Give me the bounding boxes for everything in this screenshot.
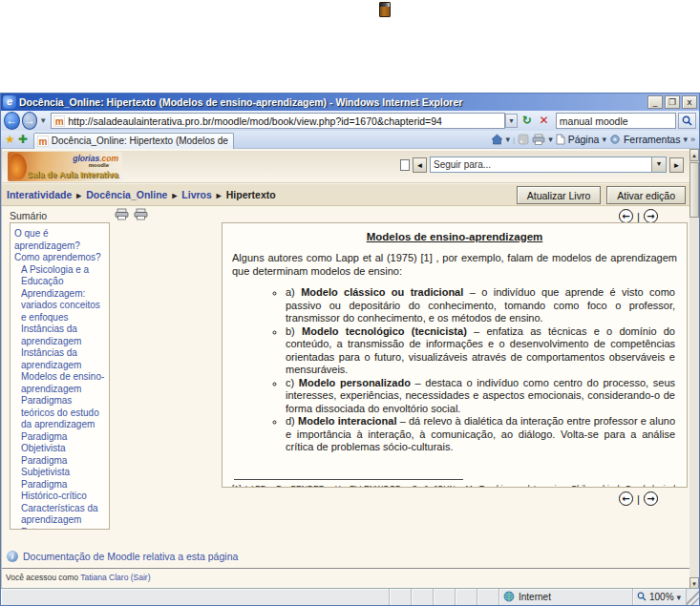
gear-icon[interactable] — [609, 134, 621, 145]
moodle-docs-link[interactable]: Documentação de Moodle relativa a esta p… — [23, 551, 238, 562]
stop-icon[interactable]: ✕ — [537, 113, 551, 129]
toc-item[interactable]: Paradigmas teóricos do estudo da aprendi… — [14, 395, 107, 431]
prev-chapter-icon[interactable]: ← — [619, 491, 633, 506]
forward-button[interactable]: → — [22, 112, 38, 130]
site-logo[interactable]: glorias.com moodle Sala de Aula Interati… — [8, 152, 122, 181]
feeds-icon[interactable] — [518, 134, 529, 145]
tab-title: Docência_Online: Hipertexto (Modelos de … — [52, 136, 230, 146]
logo-site-name: Sala de Aula Interativa — [27, 170, 118, 179]
select-dropdown-icon[interactable]: ▼ — [651, 157, 666, 172]
zoom-magnifier-icon — [637, 592, 647, 603]
update-book-button[interactable]: Atualizar Livro — [517, 186, 602, 204]
toc-item[interactable]: A Psicologia e a Educação — [14, 264, 107, 288]
breadcrumb-link-interatividade[interactable]: Interatividade — [7, 189, 72, 200]
model-name: Modelo interacional — [298, 415, 396, 427]
ie-icon: e — [3, 95, 16, 109]
zoom-dropdown-icon[interactable]: ▾ — [677, 593, 682, 602]
logout-link[interactable]: Tatiana Claro (Sair) — [80, 573, 150, 582]
tab-favicon: m — [37, 136, 49, 147]
model-item: b) Modelo tecnológico (tecnicista) – enf… — [286, 325, 677, 377]
breadcrumb-separator-icon: ► — [72, 191, 86, 200]
breadcrumb-link-livros[interactable]: Livros — [181, 189, 212, 200]
favorites-star-icon[interactable]: ★ — [5, 133, 15, 146]
breadcrumb-separator-icon: ► — [167, 191, 181, 200]
browser-window: e Docência_Online: Hipertexto (Modelos d… — [0, 93, 700, 606]
info-icon: i — [7, 551, 18, 562]
page-menu[interactable]: Página — [568, 134, 600, 145]
print-icon[interactable] — [532, 134, 545, 145]
search-button[interactable] — [678, 113, 696, 129]
scroll-up-icon[interactable]: ▲ — [689, 149, 699, 161]
toc-item[interactable]: O que é aprendizagem? Como aprendemos? — [14, 228, 107, 264]
toc-item[interactable]: Aprendizagem: variados conceitos e enfoq… — [14, 288, 107, 324]
home-dropdown-icon[interactable]: ▾ — [506, 135, 511, 144]
jump-prev-button[interactable]: ◄ — [413, 157, 427, 173]
url-field-wrap: m — [51, 113, 505, 129]
home-icon[interactable] — [491, 134, 503, 145]
jump-next-button[interactable]: ► — [669, 157, 684, 173]
active-tab[interactable]: m Docência_Online: Hipertexto (Modelos d… — [33, 133, 234, 149]
moodle-favicon: m — [53, 115, 65, 127]
breadcrumb-bar: Interatividade►Docência_Online►Livros►Hi… — [2, 183, 689, 206]
minimize-button[interactable]: _ — [647, 95, 663, 109]
chapter-title: Modelos de ensino-aprendizagem — [232, 231, 677, 242]
toc-item[interactable]: Paradigma Histórico-crítico — [14, 479, 107, 503]
history-dropdown-icon[interactable]: ▼ — [39, 116, 47, 125]
toc-heading: Sumário — [10, 210, 47, 221]
prev-chapter-icon[interactable]: ← — [619, 209, 633, 223]
model-name: Modelo clássico ou tradicional — [301, 286, 463, 298]
book-icon — [379, 2, 391, 17]
print-chapter-icon[interactable] — [134, 207, 148, 224]
add-favorite-icon[interactable]: ✚ — [18, 133, 28, 146]
chapter-nav-top: ← | → — [619, 209, 658, 223]
close-button[interactable]: x — [682, 95, 697, 109]
search-field-wrap — [556, 113, 676, 129]
vertical-scrollbar[interactable]: ▲ ▼ — [689, 149, 699, 590]
breadcrumb: Interatividade►Docência_Online►Livros►Hi… — [7, 189, 276, 200]
jump-to-value: Seguir para... — [431, 159, 651, 170]
logo-moodle: moodle — [89, 162, 109, 168]
zoom-control[interactable]: 100% ▾ — [633, 589, 687, 605]
refresh-icon[interactable]: ↻ — [520, 113, 535, 129]
zone-label: Internet — [519, 592, 551, 602]
toc-item[interactable]: Instâncias da aprendizagem — [14, 347, 107, 371]
toc-item[interactable]: Instâncias da aprendizagem — [14, 324, 107, 347]
tools-menu-dropdown-icon[interactable]: ▾ — [683, 135, 688, 144]
chapter-intro: Alguns autores como Lapp et al (1975) [1… — [232, 252, 677, 278]
next-chapter-icon[interactable]: → — [644, 491, 658, 506]
footnote: [1] LAPP , D., BENDER , H., ELLENWOOD , … — [232, 484, 677, 489]
print-tools — [115, 207, 148, 224]
print-dropdown-icon[interactable]: ▾ — [548, 135, 553, 144]
toc-item[interactable]: Paradigma Objetivista — [14, 431, 107, 455]
resize-grip[interactable] — [687, 589, 699, 605]
page-icon[interactable] — [556, 134, 565, 145]
moodle-page: glorias.com moodle Sala de Aula Interati… — [1, 149, 689, 590]
print-book-icon[interactable] — [115, 207, 129, 224]
toc-item[interactable]: Características da aprendizagem — [14, 503, 107, 527]
tabs-bar: ★ ✚ m Docência_Online: Hipertexto (Model… — [1, 131, 699, 149]
command-overflow-chevron[interactable]: » — [690, 135, 695, 144]
flame-figure-icon — [10, 154, 27, 179]
breadcrumb-link-docencia[interactable]: Docência_Online — [86, 189, 167, 200]
jump-to-controls: ◄ Seguir para... ▼ ► — [400, 157, 684, 173]
screenshot-canvas: e Docência_Online: Hipertexto (Modelos d… — [0, 0, 700, 606]
jump-to-select[interactable]: Seguir para... ▼ — [430, 157, 667, 173]
toc-item[interactable]: Paradigma Subjetivista — [14, 455, 107, 479]
model-name: Modelo personalizado — [299, 377, 411, 388]
toc-item[interactable]: Fatores determinantes da aprendizagem — [14, 527, 107, 531]
enable-editing-button[interactable]: Ativar edição — [606, 186, 686, 204]
url-dropdown-button[interactable]: ▼ — [505, 114, 517, 128]
chapter-nav-bottom: ← | → — [619, 491, 658, 506]
breadcrumb-separator-icon: ► — [212, 191, 226, 200]
next-chapter-icon[interactable]: → — [644, 209, 658, 223]
url-input[interactable] — [68, 115, 502, 127]
tools-menu[interactable]: Ferramentas — [624, 134, 681, 145]
page-menu-dropdown-icon[interactable]: ▾ — [602, 135, 606, 144]
toc-item-current[interactable]: Modelos de ensino-aprendizagem — [14, 371, 107, 395]
restore-button[interactable]: ❐ — [665, 95, 680, 109]
back-button[interactable]: ← — [4, 112, 20, 130]
scrollbar-thumb[interactable] — [689, 162, 699, 218]
moodle-docs-row: i Documentação de Moodle relativa a esta… — [7, 551, 238, 562]
address-bar: ← → ▼ m ▼ ↻ ✕ — [1, 111, 699, 131]
search-input[interactable] — [560, 115, 672, 127]
